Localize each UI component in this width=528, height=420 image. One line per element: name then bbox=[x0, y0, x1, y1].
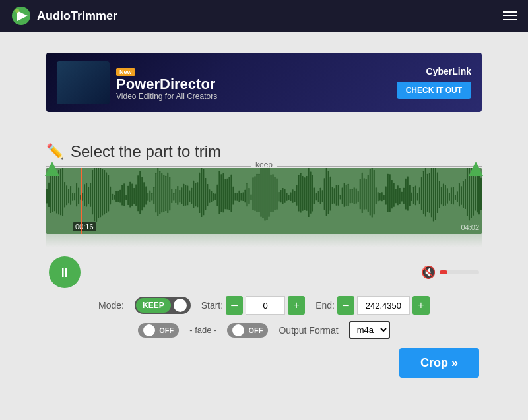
svg-rect-15 bbox=[64, 182, 65, 207]
svg-rect-6 bbox=[46, 189, 48, 204]
svg-rect-111 bbox=[254, 176, 255, 211]
waveform-container[interactable]: // This script runs at parse time — we'l… bbox=[46, 168, 482, 234]
svg-rect-61 bbox=[155, 173, 156, 212]
svg-rect-27 bbox=[88, 187, 89, 204]
svg-rect-179 bbox=[389, 174, 391, 212]
fade-in-toggle[interactable]: OFF bbox=[138, 323, 179, 338]
svg-rect-33 bbox=[100, 168, 101, 217]
svg-rect-64 bbox=[161, 173, 162, 212]
svg-rect-87 bbox=[207, 184, 208, 206]
start-label: Start: bbox=[201, 300, 223, 311]
svg-rect-132 bbox=[296, 185, 298, 205]
right-handle[interactable] bbox=[469, 162, 483, 179]
waveform-wrapper: // This script runs at parse time — we'l… bbox=[46, 168, 482, 247]
svg-rect-161 bbox=[354, 187, 355, 204]
svg-rect-104 bbox=[240, 193, 242, 201]
svg-rect-165 bbox=[362, 173, 363, 213]
volume-bar[interactable] bbox=[440, 270, 479, 274]
ad-screen bbox=[57, 61, 110, 104]
ad-new-badge: New bbox=[116, 68, 135, 76]
svg-rect-152 bbox=[336, 185, 337, 206]
time-end: 04:02 bbox=[461, 224, 479, 231]
ad-text-area: New PowerDirector Video Editing for All … bbox=[116, 65, 217, 101]
svg-rect-206 bbox=[443, 184, 444, 206]
svg-rect-68 bbox=[169, 177, 170, 210]
svg-rect-144 bbox=[320, 188, 321, 204]
play-pause-button[interactable]: ⏸ bbox=[49, 256, 81, 288]
svg-rect-166 bbox=[364, 178, 365, 210]
format-select[interactable]: m4a mp3 ogg wav bbox=[349, 321, 390, 339]
svg-rect-5 bbox=[46, 168, 482, 234]
svg-rect-85 bbox=[203, 169, 204, 215]
svg-rect-187 bbox=[405, 179, 407, 210]
svg-rect-173 bbox=[378, 192, 379, 201]
svg-rect-31 bbox=[96, 168, 97, 222]
svg-rect-14 bbox=[62, 168, 63, 216]
svg-rect-131 bbox=[294, 191, 296, 202]
svg-rect-170 bbox=[372, 168, 373, 217]
crop-button[interactable]: Crop » bbox=[399, 348, 479, 378]
svg-rect-117 bbox=[267, 168, 268, 220]
svg-rect-67 bbox=[167, 173, 168, 213]
mode-label: Mode: bbox=[98, 300, 124, 311]
svg-rect-203 bbox=[437, 172, 438, 213]
svg-rect-84 bbox=[201, 168, 202, 217]
svg-rect-109 bbox=[250, 194, 251, 200]
svg-rect-34 bbox=[102, 169, 103, 216]
svg-rect-35 bbox=[104, 170, 105, 214]
svg-rect-198 bbox=[427, 174, 428, 212]
svg-rect-137 bbox=[306, 176, 308, 211]
ad-subtitle: Video Editing for All Creators bbox=[116, 92, 217, 101]
svg-rect-128 bbox=[288, 195, 290, 200]
svg-rect-70 bbox=[173, 193, 174, 201]
svg-rect-136 bbox=[304, 177, 306, 210]
svg-rect-205 bbox=[441, 187, 442, 204]
left-handle[interactable] bbox=[45, 162, 59, 179]
svg-rect-102 bbox=[236, 193, 238, 201]
time-start: 00:16 bbox=[73, 222, 96, 231]
svg-rect-13 bbox=[60, 169, 61, 215]
ad-cta-button[interactable]: CHECK IT OUT bbox=[397, 82, 471, 99]
svg-rect-103 bbox=[238, 191, 240, 202]
svg-rect-112 bbox=[256, 174, 257, 212]
svg-rect-72 bbox=[177, 186, 178, 205]
svg-rect-176 bbox=[383, 195, 385, 200]
start-minus-button[interactable]: − bbox=[226, 296, 243, 315]
hamburger-menu[interactable] bbox=[503, 11, 517, 20]
svg-rect-45 bbox=[123, 183, 125, 206]
svg-rect-69 bbox=[171, 189, 172, 203]
svg-rect-20 bbox=[74, 193, 75, 200]
svg-rect-91 bbox=[214, 194, 216, 200]
volume-area: 🔇 bbox=[421, 265, 479, 280]
svg-rect-164 bbox=[360, 179, 361, 209]
svg-rect-154 bbox=[340, 195, 341, 200]
logo-text: AudioTrimmer bbox=[37, 9, 117, 23]
svg-rect-191 bbox=[413, 187, 414, 204]
svg-rect-151 bbox=[334, 188, 335, 204]
end-minus-button[interactable]: − bbox=[337, 296, 354, 315]
svg-rect-52 bbox=[137, 175, 139, 211]
svg-rect-17 bbox=[68, 189, 69, 203]
svg-rect-10 bbox=[54, 175, 55, 211]
waveform-reflection bbox=[46, 234, 482, 247]
svg-rect-163 bbox=[358, 191, 359, 202]
svg-rect-18 bbox=[70, 186, 71, 205]
start-input[interactable] bbox=[246, 296, 285, 315]
end-plus-button[interactable]: + bbox=[412, 296, 430, 315]
svg-rect-215 bbox=[461, 186, 462, 205]
svg-rect-62 bbox=[157, 168, 158, 216]
svg-rect-210 bbox=[451, 187, 452, 204]
svg-rect-94 bbox=[220, 174, 222, 212]
svg-rect-156 bbox=[344, 183, 345, 206]
fade-out-toggle[interactable]: OFF bbox=[227, 323, 268, 338]
svg-rect-116 bbox=[265, 168, 266, 220]
start-plus-button[interactable]: + bbox=[288, 296, 305, 315]
svg-rect-225 bbox=[480, 178, 482, 210]
svg-rect-197 bbox=[425, 168, 426, 217]
svg-rect-71 bbox=[175, 189, 176, 203]
mode-toggle[interactable]: KEEP bbox=[135, 297, 191, 314]
svg-rect-199 bbox=[429, 173, 430, 213]
svg-rect-48 bbox=[129, 182, 131, 208]
svg-rect-201 bbox=[433, 168, 434, 222]
end-input[interactable] bbox=[357, 296, 410, 315]
